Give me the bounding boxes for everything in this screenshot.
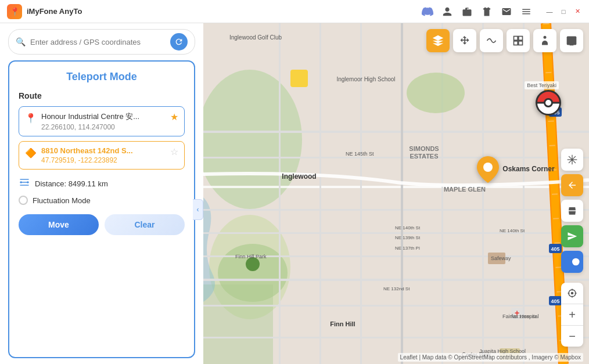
svg-point-71 [572,258,580,266]
shirt-icon[interactable] [481,6,493,17]
discord-icon[interactable] [422,6,433,17]
maximize-button[interactable]: □ [559,7,568,16]
svg-text:NE 140th St: NE 140th St [500,228,525,233]
svg-text:NE 132nd St: NE 132nd St [383,286,410,291]
destination-name: 8810 Northeast 142nd S... [41,146,166,155]
close-button[interactable]: ✕ [573,7,582,16]
svg-rect-23 [523,23,525,364]
mail-icon[interactable] [501,6,512,17]
origin-star-icon[interactable]: ★ [170,111,178,122]
destination-route-item[interactable]: 🔶 8810 Northeast 142nd S... 47.729519, -… [19,141,185,170]
svg-text:NE 128th St: NE 128th St [511,314,537,319]
sidebar: 🔍 Teleport Mode Route 📍 Honour Industria… [0,23,203,364]
destination-star-icon[interactable]: ☆ [170,146,178,157]
distance-icon [19,176,30,191]
svg-rect-60 [519,41,523,45]
refresh-button[interactable] [170,33,188,51]
photo-mode-button[interactable] [560,29,583,52]
grid-mode-button[interactable] [507,29,530,52]
action-buttons: Move Clear [19,214,185,235]
briefcase-icon[interactable] [461,6,473,17]
pokeball [536,90,561,116]
app-logo: 📍 [7,4,22,19]
svg-text:SIMONDS: SIMONDS [409,145,439,152]
svg-text:ESTATES: ESTATES [410,153,438,160]
svg-text:Finn Hill Park: Finn Hill Park [235,254,267,260]
send-button[interactable] [561,225,583,247]
route-label: Route [19,91,185,100]
svg-text:Inglemoor High School: Inglemoor High School [336,76,395,82]
svg-rect-57 [514,37,518,41]
toggle-button[interactable] [561,251,583,273]
svg-rect-20 [401,23,403,364]
svg-text:NE 145th St: NE 145th St [346,151,374,157]
back-button[interactable] [561,174,583,196]
map-background: 405 405 405 + Inglewood Golf Club Cedar … [203,23,589,364]
svg-rect-59 [514,41,518,45]
fluctuation-label: Fluctuation Mode [33,196,91,205]
svg-rect-9 [203,157,589,158]
destination-content: 8810 Northeast 142nd S... 47.729519, -12… [41,146,166,164]
svg-point-0 [20,181,22,183]
svg-text:NE 137th Pl: NE 137th Pl [395,246,420,251]
svg-text:Inglewood: Inglewood [282,172,316,181]
destination-coords: 47.729519, -122.223892 [41,156,166,164]
freeze-button[interactable] [561,149,583,171]
svg-rect-22 [482,23,484,364]
zoom-in-button[interactable]: + [561,304,583,325]
svg-rect-58 [519,37,523,41]
zoom-out-button[interactable]: − [561,326,583,347]
svg-text:Oskams Corner: Oskams Corner [502,165,555,173]
location-button[interactable] [561,283,583,304]
distance-text: Distance: 8499.11 km [35,179,108,188]
chevron-left-icon: ‹ [197,206,199,214]
origin-coords: 22.266100, 114.247000 [41,123,166,131]
svg-text:Safeway: Safeway [491,255,511,261]
svg-text:Inglewood Golf Club: Inglewood Golf Club [229,34,282,41]
main-container: 🔍 Teleport Mode Route 📍 Honour Industria… [0,23,589,364]
origin-route-item[interactable]: 📍 Honour Industrial Centre 安... 22.26610… [19,106,185,136]
user-icon[interactable] [441,6,453,17]
menu-icon[interactable] [520,6,532,17]
titlebar-icons: — □ ✕ [422,6,582,17]
teleport-mode-button[interactable] [426,29,450,52]
collapse-button[interactable]: ‹ [193,199,203,220]
search-input[interactable] [30,38,166,46]
window-controls: — □ ✕ [545,7,582,16]
clear-button[interactable]: Clear [105,214,185,235]
svg-point-73 [572,293,573,294]
fluctuation-radio[interactable] [19,196,28,205]
map-location-pin [477,156,499,189]
search-icon: 🔍 [16,37,26,46]
svg-rect-19 [360,23,362,364]
svg-text:405: 405 [551,246,559,252]
map-area[interactable]: 405 405 405 + Inglewood Golf Club Cedar … [203,23,589,364]
person-mode-button[interactable] [533,29,556,52]
svg-text:Finn Hill: Finn Hill [330,320,355,327]
bag-button[interactable] [561,200,583,222]
svg-rect-11 [203,209,589,211]
svg-text:NE 140th St: NE 140th St [395,225,421,230]
fluctuation-row: Fluctuation Mode [19,196,185,205]
titlebar-left: 📍 iMyFone AnyTo [7,4,82,19]
svg-point-34 [407,73,465,113]
titlebar: 📍 iMyFone AnyTo — □ ✕ [0,0,589,23]
svg-point-56 [483,163,493,172]
map-zoom-controls: + − [561,283,583,347]
svg-point-61 [544,36,547,39]
svg-rect-35 [290,70,308,87]
move-button[interactable]: Move [19,214,99,235]
origin-name: Honour Industrial Centre 安... [41,111,166,122]
map-attribution: Leaflet | Map data © OpenStreetMap contr… [398,353,583,362]
svg-rect-14 [203,279,589,281]
svg-rect-17 [279,23,281,364]
svg-rect-10 [203,186,589,188]
svg-text:405: 405 [551,298,559,304]
svg-rect-15 [203,305,589,307]
svg-point-6 [218,244,288,302]
minimize-button[interactable]: — [545,7,554,16]
route-mode-button[interactable] [480,29,503,52]
origin-content: Honour Industrial Centre 安... 22.266100,… [41,111,166,131]
move-mode-button[interactable] [453,29,476,52]
svg-rect-18 [319,23,321,364]
